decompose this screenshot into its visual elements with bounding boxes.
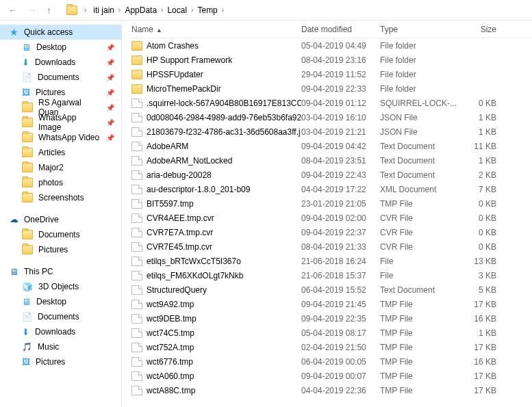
sidebar-item-label: Major2: [38, 163, 64, 172]
file-date: 06-04-2019 15:52: [301, 285, 380, 295]
onedrive[interactable]: ☁ OneDrive: [0, 212, 121, 227]
file-size: 16 KB: [464, 357, 505, 367]
column-headers[interactable]: Name▲ Date modified Type Size: [127, 21, 532, 38]
file-type: Text Document: [380, 285, 464, 295]
chevron-right-icon[interactable]: ›: [188, 6, 196, 14]
navigation-pane[interactable]: ★ Quick access 🖥Desktop📌⬇Downloads📌📄Docu…: [0, 21, 122, 407]
file-size: 16 KB: [464, 314, 505, 324]
file-icon: [131, 127, 142, 137]
folder-icon: [22, 118, 33, 127]
table-row[interactable]: wct9DEB.tmp09-04-2019 22:35TMP File16 KB: [127, 311, 532, 326]
sidebar-item-label: WhatsApp Image: [38, 113, 101, 132]
file-date: 09-04-2019 00:07: [301, 371, 380, 381]
file-size: 7 KB: [464, 185, 505, 194]
column-name[interactable]: Name▲: [127, 25, 301, 34]
table-row[interactable]: au-descriptor-1.8.0_201-b0904-04-2019 17…: [127, 182, 532, 196]
sidebar-item[interactable]: ⬇Downloads: [0, 324, 121, 339]
documents-icon: 📄: [22, 73, 32, 82]
table-row[interactable]: etilqs_FM6XKdOLgt7kNkb21-06-2018 15:37Fi…: [127, 268, 532, 283]
table-row[interactable]: CVR7E7A.tmp.cvr09-04-2019 22:37CVR File0…: [127, 225, 532, 239]
sidebar-item[interactable]: 🎵Music: [0, 339, 121, 354]
table-row[interactable]: .squirrel-lock-567A904B80B16917E813CC...…: [127, 96, 532, 110]
table-row[interactable]: StructuredQuery06-04-2019 15:52Text Docu…: [127, 283, 532, 297]
table-row[interactable]: 0d008046-2984-4989-add9-76eb53b6fa92...0…: [127, 110, 532, 124]
this-pc-label: This PC: [24, 267, 53, 276]
back-button[interactable]: ←: [5, 3, 21, 17]
folder-icon: [22, 103, 33, 112]
pictures-icon: 🖼: [22, 357, 30, 367]
table-row[interactable]: wctA88C.tmp04-04-2019 22:36TMP File17 KB: [127, 383, 532, 397]
sidebar-item-label: Pictures: [38, 245, 68, 254]
table-row[interactable]: wct6776.tmp06-04-2019 00:05TMP File16 KB: [127, 354, 532, 369]
file-list[interactable]: Name▲ Date modified Type Size Atom Crash…: [122, 21, 532, 407]
sidebar-item[interactable]: Screenshots: [0, 190, 121, 205]
sidebar-item[interactable]: WhatsApp Image📌: [0, 115, 121, 130]
file-size: 17 KB: [464, 371, 505, 381]
table-row[interactable]: wct9A92.tmp09-04-2019 21:45TMP File17 KB: [127, 297, 532, 311]
sidebar-item[interactable]: 🧊3D Objects: [0, 279, 121, 294]
quick-access[interactable]: ★ Quick access: [0, 25, 121, 40]
table-row[interactable]: AdobeARM_NotLocked08-04-2019 23:51Text D…: [127, 153, 532, 168]
table-row[interactable]: wctA060.tmp09-04-2019 00:07TMP File17 KB: [127, 369, 532, 383]
table-row[interactable]: AdobeARM09-04-2019 04:42Text Document11 …: [127, 139, 532, 153]
sidebar-item[interactable]: photos: [0, 175, 121, 190]
sidebar-item[interactable]: Documents: [0, 227, 121, 242]
forward-button[interactable]: →: [25, 3, 40, 17]
breadcrumb[interactable]: iti jain›AppData›Local›Temp›: [93, 5, 227, 15]
folder-icon: [22, 133, 33, 142]
file-name: wct6776.tmp: [147, 357, 193, 367]
address-bar[interactable]: ← → ↑ › iti jain›AppData›Local›Temp›: [0, 0, 532, 21]
chevron-right-icon[interactable]: ›: [81, 6, 89, 14]
pin-icon: 📌: [106, 74, 114, 81]
file-type: TMP File: [380, 328, 464, 338]
file-type: SQUIRREL-LOCK-...: [380, 99, 464, 108]
table-row[interactable]: CVR7E45.tmp.cvr08-04-2019 21:33CVR File0…: [127, 239, 532, 254]
breadcrumb-item[interactable]: iti jain: [93, 5, 114, 15]
sidebar-item[interactable]: Pictures: [0, 242, 121, 257]
table-row[interactable]: 21803679-f232-4786-ac31-36d5608aa3ff.j..…: [127, 124, 532, 139]
file-date: 03-04-2019 21:21: [301, 127, 380, 137]
folder-icon: [22, 193, 33, 202]
breadcrumb-item[interactable]: AppData: [125, 5, 157, 15]
sidebar-item[interactable]: ⬇Downloads📌: [0, 55, 121, 70]
table-row[interactable]: HPSSFUpdater29-04-2019 11:52File folder: [127, 67, 532, 81]
file-type: File: [380, 271, 464, 280]
file-size: 1 KB: [464, 113, 505, 122]
table-row[interactable]: MicroThemePackDir09-04-2019 22:33File fo…: [127, 81, 532, 96]
file-icon: [131, 343, 142, 352]
table-row[interactable]: etilqs_bRTcWxCcT5I367o21-06-2018 16:24Fi…: [127, 254, 532, 268]
table-row[interactable]: wct74C5.tmp05-04-2019 08:17TMP File1 KB: [127, 326, 532, 340]
sidebar-item[interactable]: WhatsApp Video📌: [0, 130, 121, 145]
file-size: 2 KB: [464, 170, 505, 180]
column-date[interactable]: Date modified: [301, 25, 380, 34]
this-pc[interactable]: 🖥 This PC: [0, 264, 121, 279]
sidebar-item[interactable]: Articles: [0, 145, 121, 160]
sidebar-item[interactable]: 🖼Pictures: [0, 354, 121, 369]
breadcrumb-item[interactable]: Temp: [197, 5, 217, 15]
table-row[interactable]: wct752A.tmp02-04-2019 21:50TMP File17 KB: [127, 340, 532, 354]
folder-icon: [22, 178, 33, 187]
breadcrumb-item[interactable]: Local: [167, 5, 187, 15]
sidebar-item[interactable]: 📄Documents: [0, 309, 121, 324]
sidebar-item[interactable]: Major2: [0, 160, 121, 175]
file-type: Text Document: [380, 142, 464, 151]
file-date: 09-04-2019 02:00: [301, 213, 380, 223]
table-row[interactable]: CVR4AEE.tmp.cvr09-04-2019 02:00CVR File0…: [127, 211, 532, 225]
sidebar-item[interactable]: 🖥Desktop: [0, 294, 121, 309]
folder-icon: [131, 84, 142, 94]
chevron-right-icon[interactable]: ›: [219, 6, 227, 14]
sidebar-item[interactable]: 📄Documents📌: [0, 70, 121, 85]
table-row[interactable]: aria-debug-2002809-04-2019 22:43Text Doc…: [127, 168, 532, 182]
column-size[interactable]: Size: [464, 25, 505, 34]
table-row[interactable]: HP Support Framework08-04-2019 23:16File…: [127, 53, 532, 67]
file-type: TMP File: [380, 314, 464, 324]
file-type: TMP File: [380, 357, 464, 367]
table-row[interactable]: Atom Crashes05-04-2019 04:49File folder: [127, 38, 532, 53]
file-size: 3 KB: [464, 271, 505, 280]
column-type[interactable]: Type: [380, 25, 464, 34]
up-button[interactable]: ↑: [44, 3, 54, 17]
table-row[interactable]: BIT5597.tmp23-01-2019 21:05TMP File0 KB: [127, 196, 532, 211]
sidebar-item[interactable]: 🖥Desktop📌: [0, 40, 121, 55]
chevron-right-icon[interactable]: ›: [158, 6, 166, 14]
chevron-right-icon[interactable]: ›: [116, 6, 123, 14]
